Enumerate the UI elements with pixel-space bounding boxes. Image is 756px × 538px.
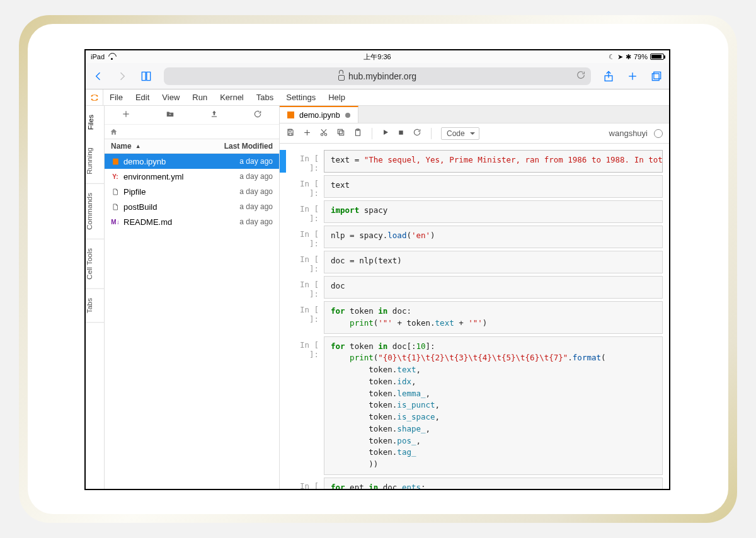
code-cell[interactable]: In [ ]:text = "The sequel, Yes, Prime Mi… [280, 149, 669, 174]
restart-button[interactable] [413, 128, 421, 139]
reload-icon[interactable] [576, 70, 586, 82]
code-cell[interactable]: In [ ]:doc [280, 275, 669, 300]
file-modified: a day ago [239, 157, 273, 166]
file-row[interactable]: M↓README.mda day ago [105, 214, 279, 229]
menu-kernel[interactable]: Kernel [214, 93, 250, 102]
bookmarks-button[interactable] [140, 70, 152, 83]
copy-button[interactable] [336, 128, 345, 139]
kernel-indicator-icon [654, 129, 663, 138]
sidetab-cell-tools[interactable]: Cell Tools [86, 239, 104, 289]
cell-input[interactable]: for token in doc: print('"' + token.text… [324, 301, 663, 334]
celltype-select[interactable]: Code [441, 127, 479, 140]
menu-run[interactable]: Run [186, 93, 214, 102]
sidebar-tabs: FilesRunningCommandsCell ToolsTabs [86, 106, 105, 489]
svg-rect-26 [399, 130, 403, 134]
cell-input[interactable]: import spacy [324, 200, 663, 223]
notebook-toolbar: Code wangshuyi [280, 123, 669, 144]
cell-gutter [280, 301, 286, 334]
lock-icon [338, 72, 345, 80]
menu-view[interactable]: View [156, 93, 186, 102]
sidetab-tabs[interactable]: Tabs [86, 289, 104, 323]
bluetooth-icon: ✱ [626, 53, 631, 61]
menu-help[interactable]: Help [322, 93, 352, 102]
cell-gutter [280, 226, 286, 248]
notebook-area: demo.ipynb [280, 106, 669, 489]
cell-gutter [280, 478, 286, 489]
code-cell[interactable]: In [ ]:nlp = spacy.load('en') [280, 224, 669, 249]
svg-marker-25 [384, 130, 388, 135]
cut-button[interactable] [319, 128, 328, 139]
file-row[interactable]: Pipfilea day ago [105, 184, 279, 199]
file-type-icon: Y: [111, 172, 120, 181]
cell-gutter [280, 175, 286, 198]
upload-button[interactable] [205, 107, 224, 123]
cell-prompt: In [ ]: [286, 200, 324, 223]
cell-input[interactable]: text = "The sequel, Yes, Prime Minister,… [324, 150, 663, 173]
battery-icon [650, 54, 664, 60]
cell-input[interactable]: text [324, 175, 663, 198]
svg-rect-14 [289, 133, 292, 135]
menu-file[interactable]: File [103, 93, 129, 102]
cell-input[interactable]: for token in doc[:10]: print("{0}\t{1}\t… [324, 336, 663, 475]
code-cell[interactable]: In [ ]:doc = nlp(text) [280, 249, 669, 275]
new-tab-button[interactable] [626, 70, 639, 83]
refresh-button[interactable] [248, 107, 267, 123]
cell-input[interactable]: for ent in doc.ents: print(ent.text, ent… [324, 478, 663, 489]
wifi-icon [108, 54, 116, 60]
cell-prompt: In [ ]: [286, 175, 324, 198]
svg-rect-12 [113, 158, 118, 164]
file-type-icon [111, 187, 120, 196]
sidetab-commands[interactable]: Commands [86, 184, 104, 239]
cell-input[interactable]: nlp = spacy.load('en') [324, 226, 663, 248]
paste-button[interactable] [353, 128, 362, 139]
sidetab-files[interactable]: Files [86, 106, 104, 139]
cell-prompt: In [ ]: [286, 478, 324, 489]
cell-prompt: In [ ]: [286, 301, 324, 334]
svg-text:+: + [169, 112, 171, 116]
forward-button[interactable] [116, 70, 129, 83]
back-button[interactable] [92, 70, 105, 83]
code-cell[interactable]: In [ ]:import spacy [280, 199, 669, 224]
filebrowser-header[interactable]: Name ▲ Last Modified [105, 139, 279, 154]
insert-cell-button[interactable] [303, 129, 311, 139]
device-label: iPad [91, 53, 105, 60]
share-button[interactable] [602, 70, 615, 83]
menu-settings[interactable]: Settings [280, 93, 322, 102]
sort-caret-icon: ▲ [135, 143, 141, 149]
stop-button[interactable] [398, 129, 404, 138]
svg-point-18 [324, 134, 327, 136]
code-cell[interactable]: In [ ]:text [280, 174, 669, 199]
ipad-screen: iPad 上午9:36 ☾ ➤ ✱ 79% [84, 49, 670, 490]
cell-gutter [280, 336, 286, 475]
code-cell[interactable]: In [ ]:for token in doc[:10]: print("{0}… [280, 335, 669, 476]
menu-edit[interactable]: Edit [129, 93, 156, 102]
svg-rect-21 [340, 131, 344, 135]
cell-prompt: In [ ]: [286, 226, 324, 248]
cell-input[interactable]: doc = nlp(text) [324, 251, 663, 273]
file-name: environment.yml [123, 172, 183, 181]
location-icon: ➤ [617, 53, 623, 61]
col-modified: Last Modified [224, 142, 273, 151]
file-row[interactable]: Y:environment.ymla day ago [105, 169, 279, 184]
sidetab-running[interactable]: Running [86, 139, 104, 184]
new-launcher-button[interactable] [117, 107, 135, 123]
cell-input[interactable]: doc [324, 276, 663, 299]
breadcrumb-home[interactable] [105, 125, 279, 139]
menu-tabs[interactable]: Tabs [250, 93, 280, 102]
jupyter-logo[interactable] [86, 89, 103, 105]
file-row[interactable]: demo.ipynba day ago [105, 154, 279, 169]
url-field[interactable]: hub.mybinder.org [164, 67, 591, 85]
code-cell[interactable]: In [ ]:for ent in doc.ents: print(ent.te… [280, 476, 669, 489]
new-folder-button[interactable]: + [160, 107, 180, 123]
tabs-button[interactable] [650, 70, 663, 83]
cell-prompt: In [ ]: [286, 251, 324, 273]
file-modified: a day ago [239, 202, 273, 211]
svg-rect-13 [289, 129, 292, 131]
file-name: README.md [123, 217, 172, 227]
save-button[interactable] [286, 128, 295, 139]
run-button[interactable] [382, 129, 389, 138]
notebook-cells[interactable]: In [ ]:text = "The sequel, Yes, Prime Mi… [280, 144, 669, 489]
file-row[interactable]: postBuilda day ago [105, 199, 279, 214]
notebook-tab[interactable]: demo.ipynb [280, 106, 358, 123]
code-cell[interactable]: In [ ]:for token in doc: print('"' + tok… [280, 300, 669, 335]
